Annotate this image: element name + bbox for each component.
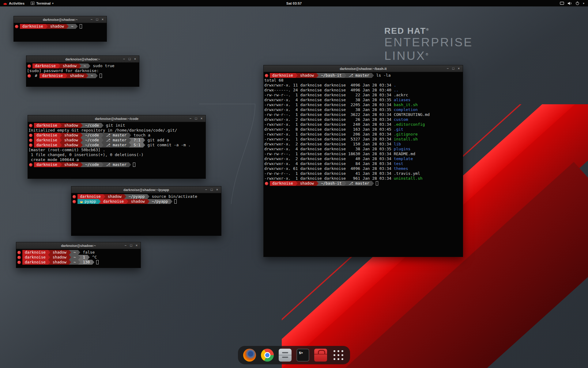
terminal-content[interactable]: darknoiseshadow~ [14,23,107,41]
prompt-segment-exit: 1 [80,255,88,260]
maximize-button[interactable]: □ [129,243,134,248]
powerline-arrow [101,162,104,167]
close-button[interactable]: × [100,17,105,22]
close-button[interactable]: × [133,57,138,62]
redhat-icon [17,256,21,259]
terminal-content[interactable]: darknoiseshadow~ sudo true[sudo] passwor… [26,63,139,86]
clock[interactable]: Sat 03:57 [283,0,305,6]
terminal-line: # darknoiseshadow~ [27,73,138,78]
terminal-line: [sudo] password for darknoise: [27,68,138,73]
powerline-arrow [101,123,104,128]
activities-label: Activities [9,2,24,5]
powerline-arrow [296,73,298,78]
redhat-icon [29,144,32,147]
system-status-area[interactable]: ▾ [556,0,588,6]
redhat-icon [28,74,31,78]
terminal-content[interactable]: darknoiseshadow~/pyapp source bin/activa… [71,193,221,236]
powerline-arrow [101,138,104,143]
prompt-segment-user: darknoise [34,162,60,167]
window-titlebar[interactable]: darknoise@shadow:~ −□× [14,16,107,23]
minimize-button[interactable]: − [445,66,450,71]
powerline-arrow [81,162,83,167]
window-titlebar[interactable]: darknoise@shadow:~ −□× [16,242,141,249]
terminal-line: Initialized empty Git repository in /hom… [28,128,205,133]
terminal-text: -rw-rw-r--. 1 darknoise darknoise 41 Jan… [264,171,420,176]
powerline-arrow [60,143,62,148]
maximize-button[interactable]: □ [127,57,132,62]
terminal-text: [sudo] password for darknoise: [27,68,99,73]
maximize-button[interactable]: □ [194,116,198,121]
terminal-content[interactable]: darknoiseshadow~ falsedarknoiseshadow~1 … [16,249,141,268]
terminal-launcher-icon[interactable]: $> [296,349,309,362]
powerline-arrow [46,24,48,29]
chevron-down-icon: ▾ [583,2,584,5]
window-titlebar[interactable]: darknoise@shadow:~ −□× [26,56,139,63]
prompt-segment-host: shadow [298,73,316,78]
close-button[interactable]: × [199,116,204,121]
terminal-text: total 68 [264,78,284,82]
redhat-icon [17,251,21,254]
prompt-segment-host: shadow [50,260,69,265]
maximize-button[interactable]: □ [451,66,456,71]
redhat-logo-icon [3,2,7,5]
prompt-segment-path: ~/code [83,138,101,143]
maximize-button[interactable]: □ [209,187,214,192]
prompt-segment-path: ~/code [83,143,101,148]
terminal-text: ls -la [374,73,391,78]
activities-button[interactable]: Activities [0,0,28,6]
prompt-segment-host: shadow [62,133,81,138]
powerline-arrow [296,181,298,186]
terminal-text: drwxrwxr-x. 4 darknoise darknoise 38 Jan… [264,107,394,112]
app-grid-icon[interactable] [332,349,345,362]
prompt-segment-user: darknoise [101,199,126,204]
prompt-segment-host: shadow [62,123,81,128]
terminal-line: -rwxrwxr-x. 1 darknoise darknoise 5327 J… [264,137,462,142]
window-titlebar[interactable]: darknoise@shadow:~/bash-it −□× [264,65,463,72]
minimize-button[interactable]: − [122,57,126,62]
terminal-text: . [394,83,396,87]
powerline-arrow [66,24,69,29]
terminal-text: aliases [394,98,411,102]
python-icon [80,200,83,203]
minimize-button[interactable]: − [204,187,209,192]
window-title: darknoise@shadow:~/code [28,117,205,121]
powerline-arrow [69,255,71,260]
window-titlebar[interactable]: darknoise@shadow:~/pyapp −□× [71,186,221,193]
chrome-icon[interactable] [261,349,274,362]
terminal-text: drwxrwxr-x. 4 darknoise darknoise 84 Jan… [264,161,394,166]
prompt-segment-user: darknoise [34,133,60,138]
prompt-segment-git: ⎇ master [104,143,129,148]
git-branch-icon: ⎇ [106,138,113,142]
toolbox-icon[interactable] [314,349,327,362]
minimize-button[interactable]: − [89,17,94,22]
prompt-segment-host: shadow [128,199,147,204]
minimize-button[interactable]: − [188,116,193,121]
prompt-segment-path: ~ [71,255,78,260]
minimize-button[interactable]: − [123,243,128,248]
prompt-segment-path: ~ [69,24,76,29]
terminal-line: pyappdarknoiseshadow~/pyapp [72,199,221,204]
prompt-segment-path: ~ [81,63,89,68]
maximize-button[interactable]: □ [95,17,100,22]
powerline-arrow [81,138,83,143]
terminal-line: -rw-rw-r--. 1 darknoise darknoise 41 Jan… [264,171,462,176]
terminal-content[interactable]: darknoiseshadow~/bash-it⎇ master ls -lat… [264,72,463,257]
terminal-line: darknoiseshadow~/code⎇ master [28,162,205,167]
prompt-segment-path: ~/bash-it [318,73,344,78]
terminal-line: darknoiseshadow~ [14,24,106,29]
window-titlebar[interactable]: darknoise@shadow:~/code −□× [28,115,205,122]
powerline-arrow [101,143,104,148]
close-button[interactable]: × [215,187,220,192]
close-button[interactable]: × [134,243,139,248]
terminal-text: uninstall.sh [394,176,423,181]
powerline-arrow [88,255,90,260]
close-button[interactable]: × [456,66,461,71]
powerline-arrow [65,73,67,78]
powerline-arrow [344,181,346,186]
terminal-line: total 68 [264,78,462,83]
file-manager-icon[interactable] [279,349,292,362]
firefox-icon[interactable] [243,349,256,362]
terminal-content[interactable]: darknoiseshadow~/code git initInitialize… [28,122,205,178]
app-menu[interactable]: Terminal ▾ [28,0,57,6]
terminal-line: darknoiseshadow~1 ^C [17,255,140,260]
